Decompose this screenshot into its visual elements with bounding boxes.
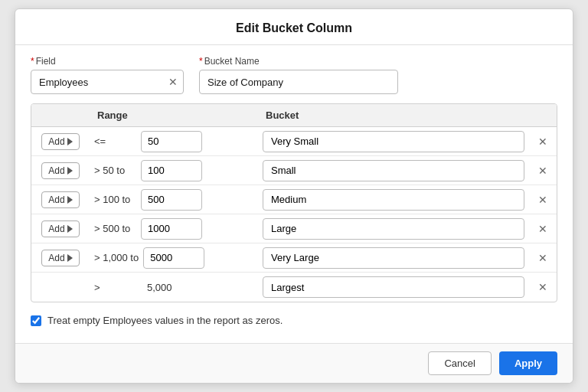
table-row: Add > 100 to ✕ <box>31 185 557 214</box>
bucket-input-1[interactable] <box>263 160 524 181</box>
row-range-2: > 100 to <box>90 186 258 214</box>
add-arrow-1 <box>67 167 73 175</box>
dialog-body: *Field ✕ *Bucket Name Range Buc <box>15 45 573 343</box>
row-range-5: > 5,000 <box>90 279 258 296</box>
row-bucket-5 <box>258 273 529 301</box>
cancel-button[interactable]: Cancel <box>428 351 491 375</box>
row-range-0: <= <box>90 128 258 155</box>
empty-zeros-label: Treat empty Employees values in the repo… <box>47 315 283 326</box>
checkbox-row: Treat empty Employees values in the repo… <box>31 312 557 332</box>
row-action-5: ✕ <box>529 280 557 294</box>
bucket-input-2[interactable] <box>263 189 524 211</box>
row-bucket-4 <box>258 244 529 272</box>
bucket-required-star: * <box>199 56 203 67</box>
table-row: Add > 500 to ✕ <box>31 214 557 243</box>
field-label: *Field <box>31 56 184 67</box>
row-bucket-2 <box>258 186 529 214</box>
range-input-2[interactable] <box>141 189 202 211</box>
add-arrow-2 <box>67 196 73 204</box>
table-row: > 5,000 ✕ <box>31 273 557 302</box>
row-action-4: ✕ <box>529 251 557 265</box>
add-button-4[interactable]: Add <box>41 250 79 266</box>
row-action-1: ✕ <box>529 164 557 178</box>
range-label-4: > 1,000 to <box>94 252 139 263</box>
bucket-table: Range Bucket Add <= <box>31 103 557 302</box>
remove-button-5[interactable]: ✕ <box>535 280 550 294</box>
range-label-0: <= <box>94 136 136 147</box>
row-action-3: ✕ <box>529 222 557 236</box>
field-row: *Field ✕ *Bucket Name <box>31 56 557 94</box>
row-bucket-3 <box>258 215 529 243</box>
bucket-name-input[interactable] <box>199 70 398 94</box>
th-bucket: Bucket <box>258 104 529 126</box>
range-input-3[interactable] <box>141 218 202 240</box>
row-action-2: ✕ <box>529 193 557 207</box>
remove-button-4[interactable]: ✕ <box>535 251 550 265</box>
field-input[interactable] <box>31 70 184 94</box>
dialog-header: Edit Bucket Column <box>15 9 573 45</box>
table-row: Add <= ✕ <box>31 127 557 156</box>
row-add-2: Add <box>31 191 90 208</box>
add-button-3[interactable]: Add <box>41 220 79 237</box>
add-button-2[interactable]: Add <box>41 191 79 208</box>
bucket-input-3[interactable] <box>263 218 524 240</box>
bucket-input-4[interactable] <box>263 247 524 269</box>
empty-zeros-checkbox[interactable] <box>31 315 41 326</box>
remove-button-1[interactable]: ✕ <box>535 164 550 178</box>
th-spacer <box>31 104 90 126</box>
row-add-0: Add <box>31 133 90 150</box>
add-label-3: Add <box>48 224 64 234</box>
range-label-3: > 500 to <box>94 223 136 234</box>
row-add-4: Add <box>31 250 90 266</box>
field-group: *Field ✕ <box>31 56 184 94</box>
add-label-2: Add <box>48 194 64 205</box>
field-clear-button[interactable]: ✕ <box>168 77 178 87</box>
field-required-star: * <box>31 56 34 67</box>
range-label-2: > 100 to <box>94 194 136 205</box>
remove-button-3[interactable]: ✕ <box>535 222 550 236</box>
table-row: Add > 1,000 to ✕ <box>31 243 557 273</box>
bucket-name-input-wrap <box>199 70 398 94</box>
row-action-0: ✕ <box>529 135 557 149</box>
table-header: Range Bucket <box>31 104 557 127</box>
add-label-4: Add <box>48 253 64 263</box>
row-add-1: Add <box>31 162 90 179</box>
add-arrow-3 <box>67 225 73 233</box>
dialog-footer: Cancel Apply <box>15 343 573 383</box>
range-label-5: > <box>94 282 136 293</box>
add-button-1[interactable]: Add <box>41 162 79 179</box>
field-input-wrap: ✕ <box>31 70 184 94</box>
row-add-3: Add <box>31 220 90 237</box>
row-bucket-0 <box>258 128 529 155</box>
remove-button-2[interactable]: ✕ <box>535 193 550 207</box>
th-action <box>529 104 557 126</box>
apply-button[interactable]: Apply <box>499 351 557 375</box>
remove-button-0[interactable]: ✕ <box>535 135 550 149</box>
add-label-0: Add <box>48 136 64 147</box>
bucket-name-group: *Bucket Name <box>199 56 398 94</box>
add-arrow-0 <box>67 138 73 145</box>
range-input-1[interactable] <box>141 160 202 181</box>
th-range: Range <box>90 104 258 126</box>
range-input-4[interactable] <box>143 247 204 269</box>
bucket-input-0[interactable] <box>263 131 524 152</box>
row-range-4: > 1,000 to <box>90 244 258 272</box>
range-label-1: > 50 to <box>94 165 136 176</box>
row-range-3: > 500 to <box>90 215 258 243</box>
add-arrow-4 <box>67 254 73 262</box>
range-input-0[interactable] <box>141 131 202 152</box>
bucket-name-label: *Bucket Name <box>199 56 398 67</box>
dialog-title: Edit Bucket Column <box>236 21 352 34</box>
row-range-1: > 50 to <box>90 157 258 185</box>
range-value-5: 5,000 <box>141 282 172 293</box>
add-label-1: Add <box>48 165 64 176</box>
bucket-input-5[interactable] <box>263 276 524 298</box>
row-bucket-1 <box>258 157 529 185</box>
add-button-0[interactable]: Add <box>41 133 79 150</box>
edit-bucket-column-dialog: Edit Bucket Column *Field ✕ *Bucket Name <box>15 8 573 384</box>
table-row: Add > 50 to ✕ <box>31 156 557 185</box>
